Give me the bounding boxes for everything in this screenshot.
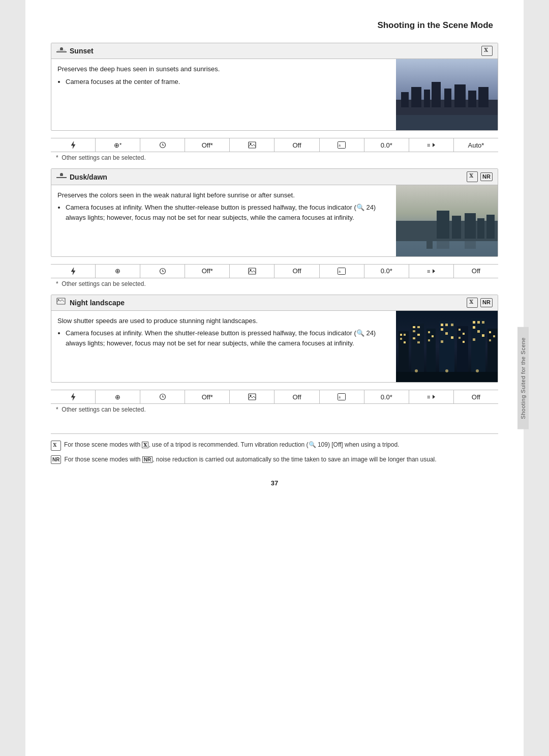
svg-text:𝐗: 𝐗 [53, 442, 57, 448]
dusk-description: Preserves the colors seen in the weak na… [57, 190, 390, 200]
svg-rect-34 [486, 215, 495, 239]
svg-rect-87 [489, 331, 491, 333]
svg-rect-72 [441, 340, 443, 343]
night-flash-setting [51, 390, 96, 403]
bottom-note-tripod: 𝐗 For those scene modes with 𝐗, use of a… [51, 440, 498, 451]
svg-text:𝐗: 𝐗 [484, 47, 489, 53]
dusk-image-mode [230, 265, 274, 278]
sunset-title: Sunset [56, 46, 94, 56]
svg-rect-96 [249, 394, 256, 400]
note-tripod-icon: 𝐗 [51, 441, 61, 451]
dusk-icon [56, 172, 67, 182]
dusk-title-text: Dusk/dawn [70, 173, 107, 181]
dusk-off-2: Off [454, 265, 498, 278]
dusk-flash-setting [51, 265, 96, 278]
night-timer-setting [140, 390, 185, 403]
sunset-description: Preserves the deep hues seen in sunsets … [57, 64, 390, 74]
night-text: Slow shutter speeds are used to produce … [51, 311, 396, 382]
night-icon [56, 298, 67, 307]
svg-rect-36 [465, 239, 476, 249]
svg-text:𝐗: 𝐗 [469, 299, 474, 305]
dusk-section: Dusk/dawn 𝐗 NR Preserves the colors seen… [51, 168, 498, 256]
svg-point-46 [58, 299, 59, 300]
image-mode-setting [230, 138, 274, 152]
svg-rect-90 [396, 372, 498, 382]
svg-rect-88 [493, 335, 495, 337]
svg-rect-0 [56, 51, 67, 52]
svg-point-93 [476, 369, 479, 372]
svg-marker-22 [433, 143, 435, 147]
svg-rect-53 [404, 341, 406, 343]
night-photo [396, 311, 498, 382]
svg-rect-89 [489, 339, 491, 341]
svg-point-97 [250, 395, 251, 396]
page-content: Shooting in the Scene Mode Sunset [25, 0, 524, 756]
self-timer-setting [140, 138, 185, 152]
night-title: Night landscape [56, 298, 125, 307]
dusk-photo [396, 185, 498, 256]
night-bracket: ≡ [409, 390, 454, 403]
dusk-header: Dusk/dawn 𝐗 NR [51, 169, 498, 185]
svg-text:≡: ≡ [427, 142, 430, 148]
svg-rect-33 [477, 218, 484, 239]
dusk-settings-row: ⊕ Off* Off ± 0.0* ≡ Off [51, 264, 498, 278]
sunset-badges: 𝐗 [481, 46, 493, 56]
svg-rect-83 [477, 330, 480, 333]
night-off-star: Off* [185, 390, 230, 403]
dusk-ev-icon: ± [320, 265, 364, 278]
sunset-bullets: Camera focuses at the center of frame. [66, 77, 390, 87]
note-nr-text: For those scene modes with NR, noise red… [64, 455, 498, 464]
svg-rect-56 [417, 326, 420, 328]
svg-rect-23 [56, 177, 67, 178]
night-off-1: Off [274, 390, 319, 403]
svg-rect-50 [400, 334, 402, 336]
svg-rect-13 [478, 87, 489, 107]
svg-rect-11 [454, 84, 466, 107]
off-setting-1: Off [274, 138, 319, 152]
svg-rect-64 [428, 339, 430, 341]
note-nr-icon: NR [51, 455, 61, 464]
svg-rect-58 [417, 334, 420, 336]
svg-text:≡: ≡ [427, 394, 430, 400]
off-star-setting: Off* [185, 138, 230, 152]
dusk-bracket: ≡ [409, 265, 454, 278]
ev-icon-setting: ± [320, 138, 364, 152]
svg-marker-44 [433, 269, 435, 273]
svg-rect-9 [432, 82, 441, 107]
svg-rect-35 [437, 239, 449, 249]
dusk-nr-badge: NR [480, 172, 493, 181]
svg-text:±: ± [339, 395, 341, 399]
night-ev-icon: ± [320, 390, 364, 403]
sunset-bullet-1: Camera focuses at the center of frame. [66, 77, 390, 87]
bottom-notes: 𝐗 For those scene modes with 𝐗, use of a… [51, 433, 498, 464]
svg-text:≡: ≡ [427, 268, 430, 274]
bracket-setting: ≡ [409, 138, 454, 152]
svg-marker-101 [433, 395, 435, 399]
night-body: Slow shutter speeds are used to produce … [51, 311, 498, 382]
svg-rect-81 [482, 321, 484, 324]
side-tab-label: Shooting Suited for the Scene [517, 327, 529, 429]
svg-point-18 [250, 143, 251, 144]
sunset-body: Preserves the deep hues seen in sunsets … [51, 59, 498, 130]
svg-point-24 [60, 173, 63, 176]
dusk-badges: 𝐗 NR [467, 171, 493, 182]
svg-rect-80 [477, 321, 480, 324]
svg-rect-77 [463, 341, 465, 343]
svg-rect-66 [441, 324, 443, 326]
svg-rect-67 [445, 324, 448, 326]
sunset-section: Sunset 𝐗 Preserves the deep hues seen in… [51, 43, 498, 131]
page-number: 37 [51, 479, 498, 487]
svg-rect-85 [473, 338, 475, 341]
page-title: Shooting in the Scene Mode [51, 20, 498, 31]
ev-value-setting: 0.0* [364, 138, 409, 152]
svg-rect-52 [400, 338, 402, 340]
dusk-tripod-badge: 𝐗 [467, 171, 478, 182]
bottom-note-nr: NR For those scene modes with NR, noise … [51, 455, 498, 464]
svg-rect-75 [463, 333, 465, 335]
night-settings-row: ⊕ Off* Off ± 0.0* ≡ Off [51, 390, 498, 404]
sunset-header: Sunset 𝐗 [51, 43, 498, 59]
flash-setting [51, 138, 96, 152]
dusk-timer-setting [140, 265, 185, 278]
svg-rect-68 [451, 324, 453, 326]
night-ev-val: 0.0* [364, 390, 409, 403]
